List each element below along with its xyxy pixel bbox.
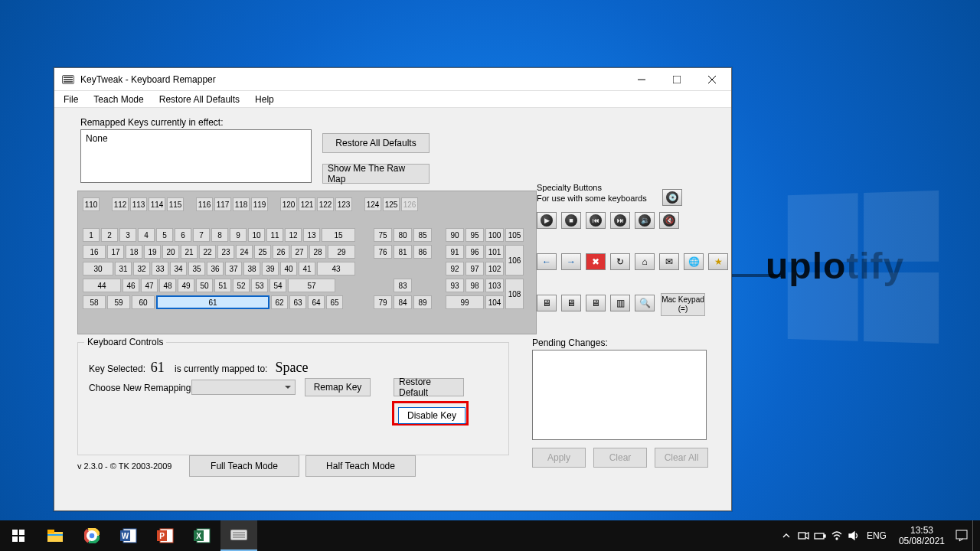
key-8[interactable]: 8 <box>211 228 228 242</box>
key-29[interactable]: 29 <box>328 245 355 259</box>
key-108[interactable]: 108 <box>505 279 524 309</box>
remapped-list[interactable]: None <box>80 129 312 183</box>
key-96[interactable]: 96 <box>466 245 484 259</box>
key-85[interactable]: 85 <box>413 228 432 242</box>
disable-key-button[interactable]: Disable Key <box>398 407 466 424</box>
key-118[interactable]: 118 <box>233 197 250 211</box>
key-81[interactable]: 81 <box>394 245 412 259</box>
key-98[interactable]: 98 <box>466 279 484 292</box>
restore-all-defaults-button[interactable]: Restore All Defaults <box>322 133 430 153</box>
key-54[interactable]: 54 <box>270 279 286 292</box>
tray-volume-icon[interactable] <box>847 520 861 551</box>
key-63[interactable]: 63 <box>289 295 306 309</box>
key-13[interactable]: 13 <box>303 228 320 242</box>
bars-icon[interactable]: ▥ <box>610 295 630 311</box>
nav-stop-icon[interactable]: ✖ <box>586 253 606 270</box>
key-2[interactable]: 2 <box>101 228 118 242</box>
key-124[interactable]: 124 <box>364 197 381 211</box>
key-3[interactable]: 3 <box>119 228 136 242</box>
tray-clock[interactable]: 13:53 05/08/2021 <box>893 525 951 546</box>
key-99[interactable]: 99 <box>446 295 484 309</box>
key-114[interactable]: 114 <box>149 197 165 211</box>
tray-language[interactable]: ENG <box>864 530 890 541</box>
key-28[interactable]: 28 <box>309 245 326 259</box>
key-21[interactable]: 21 <box>181 245 198 259</box>
key-97[interactable]: 97 <box>466 262 484 276</box>
calculator-icon[interactable]: 🖥 <box>561 295 581 311</box>
key-125[interactable]: 125 <box>383 197 400 211</box>
key-9[interactable]: 9 <box>230 228 247 242</box>
menu-file[interactable]: File <box>57 93 84 106</box>
key-50[interactable]: 50 <box>196 279 213 292</box>
key-79[interactable]: 79 <box>374 295 392 309</box>
tray-meet-icon[interactable] <box>796 520 810 551</box>
key-102[interactable]: 102 <box>485 262 504 276</box>
mail-icon[interactable]: ✉ <box>659 253 679 270</box>
key-30[interactable]: 30 <box>83 262 113 276</box>
key-32[interactable]: 32 <box>133 262 150 276</box>
key-113[interactable]: 113 <box>130 197 147 211</box>
key-126[interactable]: 126 <box>401 197 418 211</box>
desktop-icon[interactable]: 🖥 <box>586 295 606 311</box>
tray-battery-icon[interactable] <box>813 520 827 551</box>
remap-combo[interactable] <box>191 380 296 395</box>
key-35[interactable]: 35 <box>188 262 205 276</box>
key-15[interactable]: 15 <box>322 228 355 242</box>
key-84[interactable]: 84 <box>394 295 412 309</box>
key-20[interactable]: 20 <box>162 245 179 259</box>
media-prev-icon[interactable]: ⏮ <box>586 212 606 229</box>
key-95[interactable]: 95 <box>466 228 484 242</box>
key-83[interactable]: 83 <box>394 279 412 292</box>
key-101[interactable]: 101 <box>485 245 504 259</box>
key-36[interactable]: 36 <box>207 262 224 276</box>
key-58[interactable]: 58 <box>83 295 106 309</box>
taskbar-powerpoint[interactable]: P <box>147 520 184 551</box>
key-103[interactable]: 103 <box>485 279 504 292</box>
key-4[interactable]: 4 <box>138 228 155 242</box>
key-93[interactable]: 93 <box>446 279 464 292</box>
key-100[interactable]: 100 <box>485 228 504 242</box>
key-40[interactable]: 40 <box>280 262 297 276</box>
nav-forward-icon[interactable]: → <box>561 253 581 270</box>
nav-back-icon[interactable]: ← <box>537 253 557 270</box>
menu-restore-defaults[interactable]: Restore All Defaults <box>153 93 246 106</box>
media-play-icon[interactable]: ▶ <box>537 212 557 229</box>
key-33[interactable]: 33 <box>152 262 168 276</box>
search-icon[interactable]: 🔍 <box>635 295 655 311</box>
key-26[interactable]: 26 <box>273 245 289 259</box>
key-7[interactable]: 7 <box>193 228 210 242</box>
key-116[interactable]: 116 <box>196 197 213 211</box>
key-62[interactable]: 62 <box>271 295 288 309</box>
clear-button[interactable]: Clear <box>593 448 647 468</box>
key-115[interactable]: 115 <box>167 197 184 211</box>
key-18[interactable]: 18 <box>126 245 142 259</box>
key-106[interactable]: 106 <box>505 245 524 276</box>
key-34[interactable]: 34 <box>170 262 187 276</box>
key-23[interactable]: 23 <box>217 245 234 259</box>
key-112[interactable]: 112 <box>112 197 129 211</box>
restore-default-button[interactable]: Restore Default <box>394 378 464 396</box>
key-59[interactable]: 59 <box>107 295 130 309</box>
key-64[interactable]: 64 <box>308 295 325 309</box>
key-11[interactable]: 11 <box>266 228 283 242</box>
key-47[interactable]: 47 <box>141 279 158 292</box>
maximize-button[interactable] <box>659 68 694 91</box>
mute-icon[interactable]: 🔇 <box>659 212 679 229</box>
key-48[interactable]: 48 <box>159 279 176 292</box>
key-121[interactable]: 121 <box>299 197 315 211</box>
volume-down-icon[interactable]: 🔉 <box>635 212 655 229</box>
web-icon[interactable]: 🌐 <box>684 253 704 270</box>
close-button[interactable] <box>694 68 730 91</box>
key-25[interactable]: 25 <box>254 245 271 259</box>
apply-button[interactable]: Apply <box>532 448 586 468</box>
key-65[interactable]: 65 <box>326 295 343 309</box>
key-12[interactable]: 12 <box>285 228 302 242</box>
key-89[interactable]: 89 <box>413 295 432 309</box>
start-button[interactable] <box>0 520 37 551</box>
key-43[interactable]: 43 <box>317 262 355 276</box>
menu-teachmode[interactable]: Teach Mode <box>87 93 149 106</box>
key-39[interactable]: 39 <box>262 262 279 276</box>
nav-refresh-icon[interactable]: ↻ <box>610 253 630 270</box>
key-5[interactable]: 5 <box>156 228 173 242</box>
key-75[interactable]: 75 <box>374 228 392 242</box>
